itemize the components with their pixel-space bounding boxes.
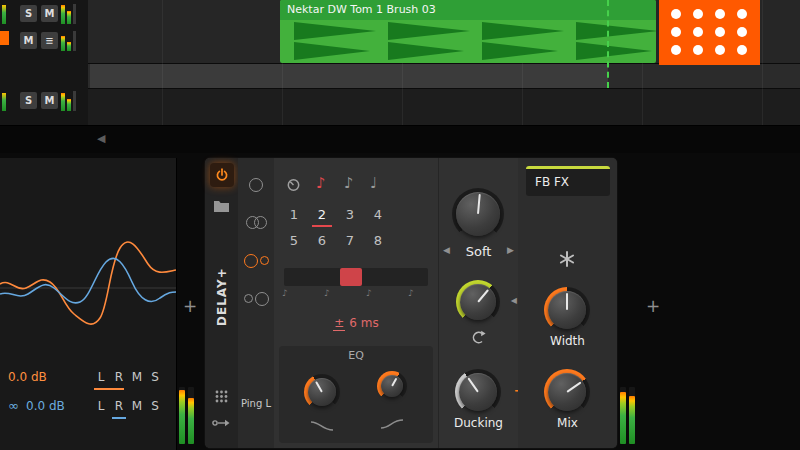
soft-clip-knob[interactable] [452, 188, 504, 240]
feedback-section: ◀ ▶ Soft ◀ Ducking [438, 158, 519, 448]
tick-note-icon: ♪ [324, 288, 330, 298]
slider-handle[interactable] [340, 268, 362, 286]
channel-underline-orange [94, 388, 124, 390]
track-headers: S M M ≡ S M [0, 0, 88, 125]
offset-ms: 6 ms [349, 316, 378, 330]
feedback-mod-icon[interactable]: ◀ [511, 296, 517, 305]
fb-fx-section: FB FX Width Mix [518, 158, 617, 448]
circle-icon [260, 256, 269, 265]
track2-mute-button[interactable]: M [20, 32, 37, 49]
power-icon [215, 168, 229, 182]
grid-line [762, 0, 763, 125]
beat-4[interactable]: 4 [364, 202, 392, 228]
channel-r-button[interactable]: R [110, 399, 128, 413]
delay-mode-strip: Ping L [238, 158, 274, 448]
width-knob[interactable] [544, 287, 590, 333]
channel-underline-blue [112, 417, 126, 419]
repeat-icon [470, 330, 487, 345]
channel-r-button[interactable]: R [110, 370, 128, 384]
clip-waveform [280, 20, 656, 63]
time-mode-dial-button[interactable] [286, 177, 301, 196]
note-eighth-selected-icon[interactable]: ♪ [316, 174, 326, 192]
beat-5[interactable]: 5 [280, 228, 308, 254]
loop-end-marker[interactable] [607, 0, 609, 88]
arranger-scrollbar[interactable]: ◀ [0, 125, 800, 153]
timeline-lane-2-highlight [90, 64, 608, 88]
tab-mode-ping-pong-selected[interactable] [238, 252, 274, 268]
input-level-meter [179, 387, 194, 444]
scope-panel: 0.0 dB L R M S ∞ 0.0 dB L R M S [0, 158, 177, 450]
channel-buttons-row1: L R M S [92, 370, 164, 384]
eq-high-knob[interactable] [377, 371, 407, 401]
fb-fx-slot[interactable]: FB FX [526, 166, 610, 196]
device-power-button[interactable] [210, 163, 234, 187]
fine-offset-slider[interactable] [284, 268, 428, 286]
tick-note-icon: ♪ [408, 288, 414, 298]
track2-menu-button[interactable]: ≡ [41, 32, 58, 49]
link-icon[interactable]: ∞ [8, 398, 19, 413]
channel-m-button[interactable]: M [128, 370, 146, 384]
remote-controls-button[interactable] [215, 388, 228, 407]
beat-6[interactable]: 6 [308, 228, 336, 254]
ducking-knob[interactable] [455, 369, 501, 415]
track3-meter [61, 91, 76, 111]
routing-button[interactable] [212, 414, 231, 433]
beat-1[interactable]: 1 [280, 202, 308, 228]
dial-icon [286, 177, 301, 192]
tab-mode-mono[interactable] [238, 176, 274, 192]
tab-mode-ping-pong-reverse[interactable] [238, 290, 274, 306]
channel-s-button[interactable]: S [146, 399, 164, 413]
add-device-right-button[interactable]: + [646, 296, 660, 316]
preset-browser-button[interactable] [213, 198, 230, 217]
eq-panel: EQ [279, 346, 433, 443]
channel-s-button[interactable]: S [146, 370, 164, 384]
grid-line [162, 0, 163, 125]
beat-3[interactable]: 3 [336, 202, 364, 228]
track1-meter [61, 4, 76, 24]
circle-icon [244, 254, 258, 268]
mode-label[interactable]: Ping L [238, 398, 274, 409]
grid-dots-icon [215, 390, 228, 403]
output-level-meter [620, 387, 635, 444]
track1-mini-meter [2, 5, 6, 24]
track1-mute-button[interactable]: M [41, 5, 58, 22]
track3-mute-button[interactable]: M [41, 92, 58, 109]
note-quarter-icon[interactable]: ♩ [370, 174, 377, 192]
high-shelf-curve-icon [380, 416, 404, 431]
feedback-loop-button[interactable] [470, 330, 487, 349]
audio-clip[interactable]: Nektar DW Tom 1 Brush 03 [280, 0, 656, 63]
track3-solo-button[interactable]: S [20, 92, 37, 109]
beat-8[interactable]: 8 [364, 228, 392, 254]
beat-selected-underline [312, 225, 332, 227]
track2-clip-color-tag [0, 31, 9, 45]
freeze-snowflake-icon[interactable] [559, 251, 575, 267]
folder-icon [213, 200, 230, 213]
tab-mode-stereo[interactable] [238, 214, 274, 230]
circle-icon [254, 216, 267, 229]
delay-plus-device: DELAY+ [205, 158, 617, 448]
channel-l-button[interactable]: L [92, 399, 110, 413]
tick-note-icon: ♪ [366, 288, 372, 298]
note-eighth-icon[interactable]: ♪ [344, 174, 354, 192]
circle-icon [249, 178, 263, 192]
gain-value-2[interactable]: 0.0 dB [26, 399, 65, 413]
low-shelf-curve-icon [310, 418, 334, 433]
scroll-left-icon[interactable]: ◀ [97, 132, 105, 145]
channel-l-button[interactable]: L [92, 370, 110, 384]
offset-value[interactable]: ± 6 ms [274, 316, 438, 330]
fb-fx-label: FB FX [535, 175, 569, 189]
channel-m-button[interactable]: M [128, 399, 146, 413]
track3-mini-meter [2, 93, 6, 111]
feedback-knob[interactable] [456, 280, 500, 324]
bitwig-logo [659, 0, 760, 65]
gain-value-1[interactable]: 0.0 dB [8, 370, 47, 384]
mix-knob[interactable] [544, 369, 590, 415]
add-device-left-button[interactable]: + [183, 296, 197, 316]
track1-solo-button[interactable]: S [20, 5, 37, 22]
soft-label: Soft [439, 244, 518, 259]
beat-7[interactable]: 7 [336, 228, 364, 254]
eq-low-knob[interactable] [304, 374, 340, 410]
mix-label: Mix [518, 416, 617, 430]
device-title[interactable]: DELAY+ [205, 242, 238, 352]
clip-title: Nektar DW Tom 1 Brush 03 [280, 0, 656, 20]
